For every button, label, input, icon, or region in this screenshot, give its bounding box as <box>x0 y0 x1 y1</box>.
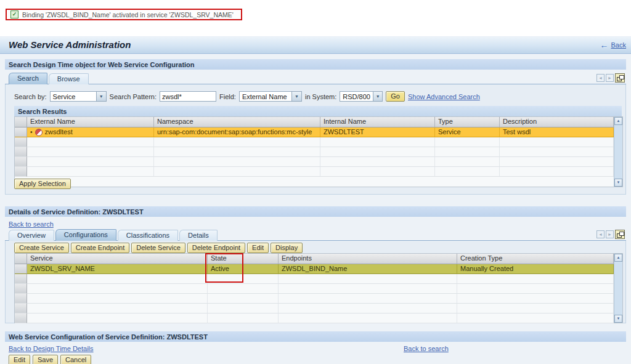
tab-scroll-left-icon[interactable]: ◄ <box>596 230 605 238</box>
back-arrow-icon: ← <box>600 41 609 49</box>
edit-button-bottom[interactable]: Edit <box>9 355 30 364</box>
page-title: Web Service Administration <box>9 39 131 50</box>
dropdown-arrow-icon[interactable]: ▼ <box>373 92 382 101</box>
create-endpoint-button[interactable]: Create Endpoint <box>71 243 130 253</box>
go-button[interactable]: Go <box>386 91 405 102</box>
column-header[interactable]: Endpoints <box>279 254 457 264</box>
field-label: Field: <box>219 93 236 100</box>
delete-service-button[interactable]: Delete Service <box>131 243 185 253</box>
table-row-empty <box>15 294 622 304</box>
success-check-icon: ✓ <box>10 10 18 18</box>
column-header[interactable]: Creation Type <box>457 254 614 264</box>
row-selector-cell[interactable] <box>15 264 27 274</box>
search-pattern-input[interactable] <box>160 91 216 102</box>
tab-scroll-left-icon[interactable]: ◄ <box>596 74 605 82</box>
table-row-empty <box>15 137 622 147</box>
selector-header-cell <box>15 254 27 264</box>
back-link-label[interactable]: Back <box>611 41 626 49</box>
create-service-button[interactable]: Create Service <box>14 243 69 253</box>
details-section-header: Details of Service Definition: ZWSDLTEST <box>5 206 626 217</box>
delete-endpoint-button[interactable]: Delete Endpoint <box>187 243 245 253</box>
back-to-design-time-link[interactable]: Back to Design Time Details <box>9 345 94 352</box>
table-row-empty <box>15 147 622 157</box>
search-results-table: External Name Namespace Internal Name Ty… <box>14 116 623 187</box>
restore-window-icon[interactable] <box>615 230 625 239</box>
column-header[interactable]: Description <box>500 117 614 127</box>
search-by-value: Service <box>51 92 96 101</box>
search-by-select[interactable]: Service ▼ <box>50 91 107 102</box>
search-panel: Search by: Service ▼ Search Pattern: Fie… <box>5 84 626 195</box>
service-object-icon <box>35 129 43 136</box>
table-row-empty <box>15 167 622 177</box>
tab-scroll-right-icon[interactable]: ► <box>606 230 614 238</box>
row-selector-cell[interactable] <box>15 127 27 137</box>
scroll-up-icon[interactable]: ▲ <box>614 117 622 125</box>
table-header-row: External Name Namespace Internal Name Ty… <box>15 117 622 127</box>
field-select[interactable]: External Name ▼ <box>239 91 302 102</box>
column-header[interactable]: Service <box>27 254 208 264</box>
in-system-label: in System: <box>305 93 336 100</box>
cancel-button[interactable]: Cancel <box>60 355 91 364</box>
internal-name-cell: ZWSDLTEST <box>320 127 435 137</box>
table-row-empty <box>15 313 622 323</box>
config-section-header: Web Service Configuration of Service Def… <box>5 331 626 342</box>
system-select[interactable]: RSD/800 ▼ <box>340 91 383 102</box>
tab-browse[interactable]: Browse <box>49 73 89 84</box>
column-header-state[interactable]: State <box>208 254 279 264</box>
back-to-search-link-bottom[interactable]: Back to search <box>404 345 449 352</box>
success-message-annotation: ✓ Binding 'ZWSDL_BIND_Name' activated in… <box>6 9 242 20</box>
search-pattern-label: Search Pattern: <box>110 93 157 100</box>
tab-overview[interactable]: Overview <box>9 230 54 241</box>
table-row-selected[interactable]: • zwsdltest urn:sap-com:document:sap:soa… <box>15 127 622 137</box>
table-scrollbar[interactable]: ▲ ▼ <box>614 117 622 187</box>
table-row-selected[interactable]: ZWSDL_SRV_NAME Active ZWSDL_BIND_Name Ma… <box>15 264 622 274</box>
scroll-down-icon[interactable]: ▼ <box>614 315 622 323</box>
table-row-empty <box>15 284 622 294</box>
column-header[interactable]: Namespace <box>154 117 320 127</box>
service-cell: ZWSDL_SRV_NAME <box>27 264 208 274</box>
save-button[interactable]: Save <box>33 355 58 364</box>
tab-scroll-right-icon[interactable]: ► <box>606 74 614 82</box>
search-section-header: Search Design Time object for Web Servic… <box>5 59 626 70</box>
namespace-cell: urn:sap-com:document:sap:soap:functions:… <box>154 127 320 137</box>
table-row-empty <box>15 274 622 284</box>
description-cell: Test wsdl <box>500 127 614 137</box>
selector-header-cell <box>15 117 27 127</box>
creation-type-cell: Manually Created <box>457 264 614 274</box>
apply-selection-button[interactable]: Apply Selection <box>14 179 71 189</box>
tab-configurations[interactable]: Configurations <box>55 229 116 241</box>
show-advanced-search-link[interactable]: Show Advanced Search <box>408 93 480 100</box>
display-button[interactable]: Display <box>271 243 303 253</box>
configurations-panel: Create Service Create Endpoint Delete Se… <box>5 241 626 323</box>
table-scrollbar[interactable]: ▲ ▼ <box>614 254 622 323</box>
table-row-empty <box>15 157 622 167</box>
success-message-text: Binding 'ZWSDL_BIND_Name' activated in s… <box>22 11 234 18</box>
state-cell: Active <box>208 264 279 274</box>
dropdown-arrow-icon[interactable]: ▼ <box>291 92 301 101</box>
back-top-link[interactable]: ← Back <box>600 41 626 49</box>
search-by-label: Search by: <box>14 93 47 100</box>
column-header[interactable]: Internal Name <box>320 117 435 127</box>
external-name-cell: zwsdltest <box>45 127 73 137</box>
search-tabstrip: Search Browse ◄ ► <box>5 72 626 84</box>
tab-classifications[interactable]: Classifications <box>118 230 178 241</box>
column-header[interactable]: External Name <box>27 117 154 127</box>
tab-search[interactable]: Search <box>9 73 47 84</box>
restore-window-icon[interactable] <box>615 73 625 83</box>
endpoints-cell: ZWSDL_BIND_Name <box>279 264 457 274</box>
type-cell: Service <box>435 127 500 137</box>
back-to-search-link[interactable]: Back to search <box>9 220 54 228</box>
tab-details[interactable]: Details <box>179 230 218 241</box>
details-tabstrip: Overview Configurations Classifications … <box>5 229 626 241</box>
field-value: External Name <box>240 92 291 101</box>
search-results-header: Search Results <box>14 106 622 116</box>
edit-button[interactable]: Edit <box>247 243 269 253</box>
system-value: RSD/800 <box>340 92 373 101</box>
dropdown-arrow-icon[interactable]: ▼ <box>96 92 106 101</box>
scroll-down-icon[interactable]: ▼ <box>614 179 622 187</box>
scroll-up-icon[interactable]: ▲ <box>614 254 622 262</box>
title-bar: Web Service Administration ← Back <box>0 36 631 54</box>
column-header[interactable]: Type <box>435 117 500 127</box>
table-header-row: Service State Endpoints Creation Type <box>15 254 622 264</box>
table-row-empty <box>15 304 622 313</box>
